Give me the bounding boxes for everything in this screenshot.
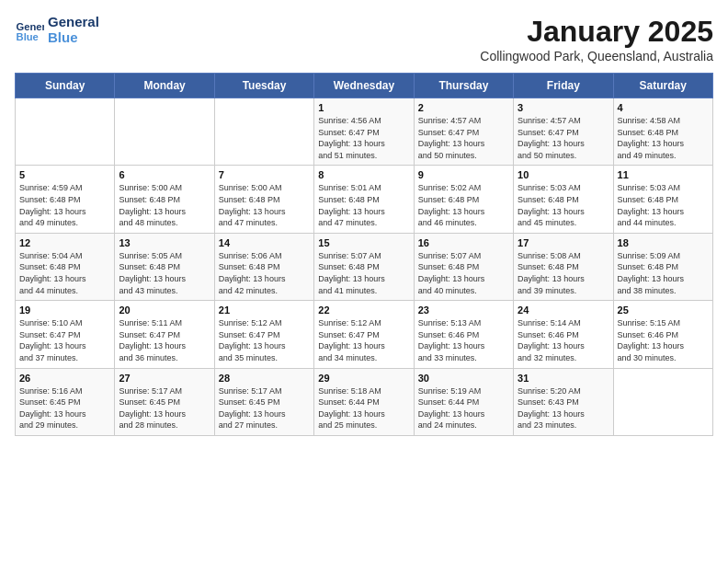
calendar-cell: 23Sunrise: 5:13 AM Sunset: 6:46 PM Dayli… (414, 301, 513, 368)
day-info: Sunrise: 5:06 AM Sunset: 6:48 PM Dayligh… (219, 250, 310, 296)
calendar-cell: 30Sunrise: 5:19 AM Sunset: 6:44 PM Dayli… (414, 368, 513, 435)
day-info: Sunrise: 5:20 AM Sunset: 6:43 PM Dayligh… (518, 385, 609, 431)
month-title: January 2025 (480, 15, 713, 49)
day-info: Sunrise: 5:17 AM Sunset: 6:45 PM Dayligh… (219, 385, 310, 431)
day-number: 23 (418, 304, 509, 316)
weekday-header: Monday (115, 74, 214, 98)
day-info: Sunrise: 4:59 AM Sunset: 6:48 PM Dayligh… (19, 182, 110, 228)
day-info: Sunrise: 5:19 AM Sunset: 6:44 PM Dayligh… (418, 385, 509, 431)
day-number: 7 (219, 169, 310, 180)
calendar-cell: 11Sunrise: 5:03 AM Sunset: 6:48 PM Dayli… (613, 166, 712, 233)
day-number: 8 (318, 169, 409, 180)
calendar-cell: 29Sunrise: 5:18 AM Sunset: 6:44 PM Dayli… (314, 368, 414, 435)
calendar-cell: 22Sunrise: 5:12 AM Sunset: 6:47 PM Dayli… (314, 301, 414, 368)
location-subtitle: Collingwood Park, Queensland, Australia (480, 49, 713, 63)
calendar-cell: 7Sunrise: 5:00 AM Sunset: 6:48 PM Daylig… (214, 166, 313, 233)
calendar-cell: 19Sunrise: 5:10 AM Sunset: 6:47 PM Dayli… (16, 301, 115, 368)
day-number: 15 (318, 237, 409, 248)
day-number: 14 (219, 237, 310, 248)
calendar-cell: 8Sunrise: 5:01 AM Sunset: 6:48 PM Daylig… (314, 166, 414, 233)
day-info: Sunrise: 5:04 AM Sunset: 6:48 PM Dayligh… (19, 250, 110, 296)
calendar-cell: 15Sunrise: 5:07 AM Sunset: 6:48 PM Dayli… (314, 233, 414, 300)
calendar-cell (16, 98, 115, 166)
day-info: Sunrise: 5:01 AM Sunset: 6:48 PM Dayligh… (318, 182, 409, 228)
logo-icon: General Blue (15, 16, 44, 45)
day-info: Sunrise: 4:57 AM Sunset: 6:47 PM Dayligh… (518, 115, 609, 161)
day-info: Sunrise: 4:56 AM Sunset: 6:47 PM Dayligh… (318, 115, 409, 161)
day-number: 11 (618, 169, 709, 180)
day-number: 27 (119, 373, 210, 384)
weekday-header: Thursday (414, 74, 513, 98)
day-number: 22 (318, 304, 409, 316)
logo: General Blue General Blue (15, 15, 99, 45)
day-info: Sunrise: 5:00 AM Sunset: 6:48 PM Dayligh… (119, 182, 210, 228)
day-info: Sunrise: 5:13 AM Sunset: 6:46 PM Dayligh… (418, 317, 509, 363)
calendar-week-row: 1Sunrise: 4:56 AM Sunset: 6:47 PM Daylig… (16, 98, 713, 166)
day-info: Sunrise: 5:07 AM Sunset: 6:48 PM Dayligh… (418, 250, 509, 296)
calendar-cell: 20Sunrise: 5:11 AM Sunset: 6:47 PM Dayli… (115, 301, 214, 368)
day-number: 30 (418, 373, 509, 384)
calendar-week-row: 19Sunrise: 5:10 AM Sunset: 6:47 PM Dayli… (16, 301, 713, 368)
calendar-cell: 14Sunrise: 5:06 AM Sunset: 6:48 PM Dayli… (214, 233, 313, 300)
day-info: Sunrise: 5:12 AM Sunset: 6:47 PM Dayligh… (219, 317, 310, 363)
day-number: 4 (618, 102, 709, 113)
calendar-cell: 6Sunrise: 5:00 AM Sunset: 6:48 PM Daylig… (115, 166, 214, 233)
calendar-week-row: 12Sunrise: 5:04 AM Sunset: 6:48 PM Dayli… (16, 233, 713, 300)
calendar-cell: 28Sunrise: 5:17 AM Sunset: 6:45 PM Dayli… (214, 368, 313, 435)
day-info: Sunrise: 5:14 AM Sunset: 6:46 PM Dayligh… (518, 317, 609, 363)
calendar-week-row: 5Sunrise: 4:59 AM Sunset: 6:48 PM Daylig… (16, 166, 713, 233)
day-number: 18 (618, 237, 709, 248)
weekday-header: Saturday (613, 74, 712, 98)
weekday-header: Tuesday (214, 74, 313, 98)
day-number: 10 (518, 169, 609, 180)
calendar-cell: 18Sunrise: 5:09 AM Sunset: 6:48 PM Dayli… (613, 233, 712, 300)
weekday-header: Friday (514, 74, 613, 98)
day-number: 9 (418, 169, 509, 180)
calendar-cell (214, 98, 313, 166)
day-number: 21 (219, 304, 310, 316)
day-number: 29 (318, 373, 409, 384)
day-number: 5 (19, 169, 110, 180)
calendar-cell: 9Sunrise: 5:02 AM Sunset: 6:48 PM Daylig… (414, 166, 513, 233)
calendar-cell: 5Sunrise: 4:59 AM Sunset: 6:48 PM Daylig… (16, 166, 115, 233)
calendar-cell: 31Sunrise: 5:20 AM Sunset: 6:43 PM Dayli… (514, 368, 613, 435)
calendar-cell: 10Sunrise: 5:03 AM Sunset: 6:48 PM Dayli… (514, 166, 613, 233)
day-number: 1 (318, 102, 409, 113)
title-block: January 2025 Collingwood Park, Queenslan… (480, 15, 713, 63)
logo-line2: Blue (48, 29, 78, 45)
day-number: 2 (418, 102, 509, 113)
day-info: Sunrise: 5:10 AM Sunset: 6:47 PM Dayligh… (19, 317, 110, 363)
calendar-cell: 16Sunrise: 5:07 AM Sunset: 6:48 PM Dayli… (414, 233, 513, 300)
weekday-header: Wednesday (314, 74, 414, 98)
day-info: Sunrise: 5:12 AM Sunset: 6:47 PM Dayligh… (318, 317, 409, 363)
day-info: Sunrise: 5:09 AM Sunset: 6:48 PM Dayligh… (618, 250, 709, 296)
calendar-cell: 12Sunrise: 5:04 AM Sunset: 6:48 PM Dayli… (16, 233, 115, 300)
calendar-cell: 25Sunrise: 5:15 AM Sunset: 6:46 PM Dayli… (613, 301, 712, 368)
page-header: General Blue General Blue January 2025 C… (15, 15, 713, 63)
calendar-cell: 1Sunrise: 4:56 AM Sunset: 6:47 PM Daylig… (314, 98, 414, 166)
calendar-cell: 17Sunrise: 5:08 AM Sunset: 6:48 PM Dayli… (514, 233, 613, 300)
day-number: 3 (518, 102, 609, 113)
day-info: Sunrise: 5:08 AM Sunset: 6:48 PM Dayligh… (518, 250, 609, 296)
svg-text:Blue: Blue (17, 31, 39, 42)
calendar-cell: 13Sunrise: 5:05 AM Sunset: 6:48 PM Dayli… (115, 233, 214, 300)
calendar-cell: 24Sunrise: 5:14 AM Sunset: 6:46 PM Dayli… (514, 301, 613, 368)
day-info: Sunrise: 4:58 AM Sunset: 6:48 PM Dayligh… (618, 115, 709, 161)
svg-text:General: General (17, 21, 44, 32)
day-number: 16 (418, 237, 509, 248)
calendar-cell (115, 98, 214, 166)
calendar-week-row: 26Sunrise: 5:16 AM Sunset: 6:45 PM Dayli… (16, 368, 713, 435)
calendar-table: SundayMondayTuesdayWednesdayThursdayFrid… (15, 73, 713, 436)
calendar-cell: 21Sunrise: 5:12 AM Sunset: 6:47 PM Dayli… (214, 301, 313, 368)
calendar-cell: 2Sunrise: 4:57 AM Sunset: 6:47 PM Daylig… (414, 98, 513, 166)
day-number: 20 (119, 304, 210, 316)
day-number: 13 (119, 237, 210, 248)
day-info: Sunrise: 5:03 AM Sunset: 6:48 PM Dayligh… (618, 182, 709, 228)
day-info: Sunrise: 5:18 AM Sunset: 6:44 PM Dayligh… (318, 385, 409, 431)
calendar-cell: 26Sunrise: 5:16 AM Sunset: 6:45 PM Dayli… (16, 368, 115, 435)
weekday-header: Sunday (16, 74, 115, 98)
day-number: 24 (518, 304, 609, 316)
day-number: 26 (19, 373, 110, 384)
day-number: 17 (518, 237, 609, 248)
day-number: 12 (19, 237, 110, 248)
